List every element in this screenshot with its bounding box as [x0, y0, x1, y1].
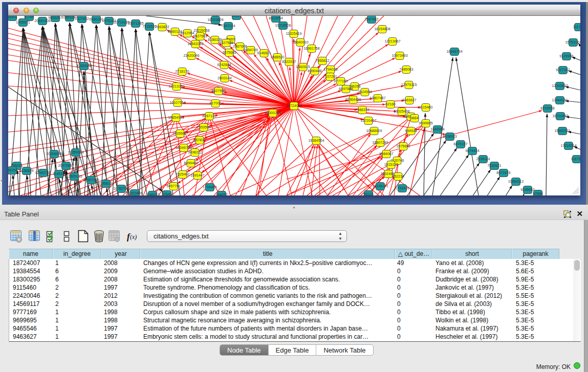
svg-text:9777169: 9777169	[334, 79, 347, 83]
svg-text:2687682: 2687682	[364, 17, 378, 21]
svg-text:9457791: 9457791	[166, 184, 180, 188]
svg-text:20364436: 20364436	[345, 98, 361, 101]
svg-text:1405571: 1405571	[16, 20, 30, 24]
svg-text:19654942: 19654942	[168, 116, 184, 119]
svg-text:23420046: 23420046	[183, 54, 199, 57]
svg-text:2867608: 2867608	[233, 45, 247, 48]
svg-text:8322037: 8322037	[282, 60, 296, 63]
svg-text:3498222: 3498222	[188, 150, 202, 154]
svg-text:87640: 87640	[162, 192, 172, 195]
svg-text:12213389: 12213389	[168, 84, 184, 88]
svg-text:1615112: 1615112	[384, 163, 398, 166]
svg-text:10654112: 10654112	[508, 180, 524, 183]
svg-text:16107554: 16107554	[169, 101, 185, 104]
svg-text:15751074: 15751074	[565, 40, 580, 44]
svg-text:10958107: 10958107	[98, 182, 114, 185]
svg-text:252214: 252214	[392, 174, 404, 178]
svg-text:17359924: 17359924	[68, 150, 83, 154]
svg-text:9474444: 9474444	[465, 149, 479, 152]
svg-text:19166827: 19166827	[172, 132, 188, 135]
svg-text:10671385: 10671385	[127, 21, 143, 25]
svg-text:19384554: 19384554	[308, 139, 324, 142]
svg-text:12975115: 12975115	[401, 83, 417, 86]
svg-text:3624554: 3624554	[358, 90, 372, 94]
svg-text:1640954: 1640954	[430, 127, 444, 131]
svg-text:23226058: 23226058	[193, 29, 209, 32]
svg-text:9245652: 9245652	[520, 188, 534, 191]
svg-text:8938923: 8938923	[443, 135, 456, 138]
svg-text:857833: 857833	[193, 138, 205, 142]
svg-text:7515526: 7515526	[142, 25, 156, 28]
svg-text:9146821: 9146821	[257, 51, 271, 55]
svg-text:10688609: 10688609	[366, 129, 382, 133]
svg-text:164052: 164052	[215, 193, 227, 195]
svg-text:111746: 111746	[573, 25, 580, 29]
svg-text:12093822: 12093822	[552, 84, 568, 87]
svg-text:12942737: 12942737	[35, 171, 51, 174]
svg-text:8990448: 8990448	[308, 69, 321, 73]
svg-text:97950: 97950	[533, 192, 543, 195]
svg-text:1794028: 1794028	[323, 68, 337, 71]
svg-text:16210643: 16210643	[552, 114, 568, 118]
svg-text:15720407: 15720407	[360, 119, 376, 122]
svg-text:16154808: 16154808	[374, 27, 390, 31]
svg-text:6497568: 6497568	[339, 87, 353, 91]
svg-text:18807249: 18807249	[372, 141, 388, 144]
svg-text:1716485: 1716485	[203, 185, 216, 189]
svg-text:8215958: 8215958	[540, 106, 554, 110]
svg-text:90517: 90517	[231, 16, 242, 17]
svg-text:7485063: 7485063	[399, 68, 413, 71]
svg-text:9242848: 9242848	[217, 63, 231, 67]
svg-text:7986372: 7986372	[355, 108, 369, 112]
svg-text:7625402: 7625402	[176, 172, 189, 176]
svg-text:16782759: 16782759	[113, 187, 129, 190]
svg-text:8427552: 8427552	[211, 89, 225, 93]
svg-text:9084067: 9084067	[379, 152, 393, 156]
svg-text:8267130: 8267130	[202, 114, 216, 118]
svg-text:12323466: 12323466	[126, 191, 142, 195]
svg-text:1691447: 1691447	[190, 173, 204, 177]
svg-text:114519: 114519	[53, 172, 65, 176]
svg-text:3875685: 3875685	[222, 51, 236, 54]
svg-text:16543382: 16543382	[187, 42, 203, 46]
svg-text:1527602: 1527602	[75, 17, 89, 20]
svg-text:994923: 994923	[405, 129, 417, 133]
svg-text:917006: 917006	[209, 101, 221, 105]
svg-text:1588520: 1588520	[270, 55, 284, 59]
svg-text:97164: 97164	[24, 16, 34, 18]
svg-text:16033809: 16033809	[207, 18, 223, 21]
svg-text:2718170: 2718170	[175, 70, 189, 73]
svg-text:11325419: 11325419	[286, 32, 302, 35]
svg-text:16961758: 16961758	[303, 47, 319, 50]
svg-text:20691406: 20691406	[34, 19, 50, 23]
svg-text:8471676: 8471676	[496, 171, 510, 174]
svg-text:12213967: 12213967	[384, 39, 400, 43]
svg-text:7357224: 7357224	[221, 24, 235, 28]
svg-text:15692971: 15692971	[554, 129, 570, 133]
svg-text:12505135: 12505135	[66, 174, 82, 178]
svg-text:18724007: 18724007	[286, 104, 302, 107]
svg-text:17016514: 17016514	[560, 144, 576, 147]
svg-text:10807487: 10807487	[369, 96, 385, 100]
svg-text:25300235: 25300235	[265, 111, 280, 115]
svg-text:17957255: 17957255	[83, 178, 99, 182]
svg-text:20053946: 20053946	[76, 64, 92, 68]
svg-text:95123: 95123	[363, 192, 374, 195]
svg-text:2107201: 2107201	[323, 75, 337, 78]
svg-text:39154: 39154	[8, 168, 17, 172]
svg-text:2935114: 2935114	[476, 157, 490, 161]
svg-text:6879197: 6879197	[453, 142, 467, 146]
svg-text:1733426: 1733426	[395, 186, 409, 190]
svg-text:9653267: 9653267	[48, 16, 62, 19]
svg-text:8912954: 8912954	[180, 31, 194, 35]
svg-text:1156829: 1156829	[20, 169, 34, 172]
svg-text:116753: 116753	[571, 157, 580, 161]
svg-text:9245012: 9245012	[145, 193, 159, 195]
svg-text:7632621: 7632621	[487, 164, 501, 167]
svg-text:19218506: 19218506	[275, 24, 291, 27]
svg-text:1975692: 1975692	[396, 144, 410, 148]
svg-text:1362615: 1362615	[296, 65, 310, 69]
svg-text:10025438: 10025438	[394, 110, 409, 113]
svg-text:7663822: 7663822	[155, 25, 169, 29]
svg-text:9227342: 9227342	[556, 68, 570, 72]
